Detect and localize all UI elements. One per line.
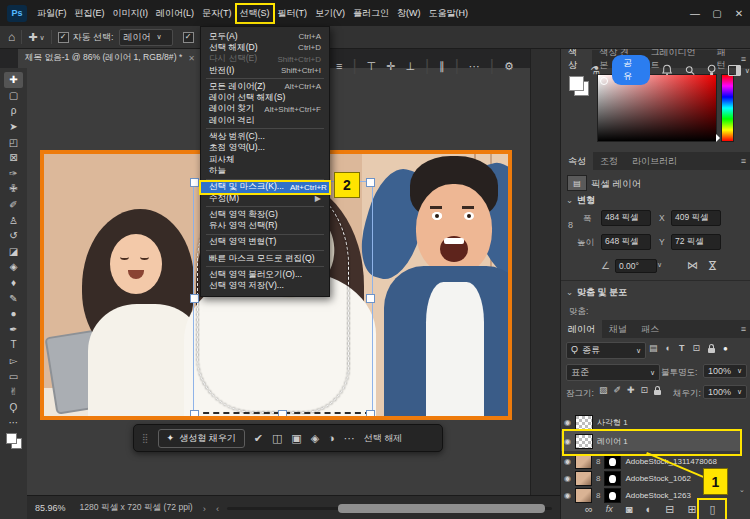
eraser-tool[interactable]: ◪: [4, 244, 23, 260]
maximize-button[interactable]: ▢: [706, 8, 728, 19]
add-mask-icon[interactable]: ◙: [626, 504, 633, 515]
menu-item[interactable]: 선택 영역 확장(G): [201, 209, 329, 220]
link-dimensions-icon[interactable]: 8: [568, 220, 573, 230]
tab-adjustments[interactable]: 조정: [593, 152, 625, 170]
collapse-icon[interactable]: ⌄: [566, 287, 573, 297]
tab-libraries[interactable]: 라이브러리: [625, 152, 684, 170]
distribute-icon[interactable]: ∥: [439, 61, 445, 72]
zoom-level[interactable]: 85.96%: [35, 503, 66, 513]
flip-horizontal-icon[interactable]: ⋈: [687, 260, 698, 271]
menu-image[interactable]: 이미지(I): [110, 5, 152, 22]
menu-item[interactable]: 레이어 찾기Alt+Shift+Ctrl+F: [201, 104, 329, 115]
hand-tool[interactable]: ✌: [4, 384, 23, 400]
color-swatches[interactable]: [6, 433, 22, 449]
lock-all-icon[interactable]: [654, 390, 661, 395]
menu-item[interactable]: 선택 영역 변형(T): [201, 237, 329, 248]
share-button[interactable]: 공유: [612, 55, 651, 85]
layer-filter-dropdown[interactable]: Ϙ종류 ∨: [566, 342, 646, 359]
bell-icon[interactable]: [662, 64, 672, 76]
menu-item[interactable]: 유사 영역 선택(R): [201, 220, 329, 231]
healing-brush-tool[interactable]: ✙: [4, 181, 23, 197]
menu-item[interactable]: 빠른 마스크 모드로 편집(Q): [201, 253, 329, 264]
layer-thumbnail[interactable]: [575, 415, 593, 430]
menu-item[interactable]: 선택 해제(D)Ctrl+D: [201, 42, 329, 53]
sponge-tool[interactable]: ●: [4, 306, 23, 322]
adjustment-icon[interactable]: ◑: [328, 433, 335, 444]
align-bottom-icon[interactable]: ⊥: [405, 61, 415, 72]
auto-select-checkbox[interactable]: ✓: [58, 32, 69, 43]
align-text-icon[interactable]: ≡: [336, 61, 342, 72]
dodge-tool[interactable]: ✎: [4, 290, 23, 306]
menu-item[interactable]: 모든 레이어(Z)Alt+Ctrl+A: [201, 81, 329, 92]
beta-flask-icon[interactable]: ⚗: [590, 65, 600, 76]
pen-tool[interactable]: ✒: [4, 322, 23, 338]
menu-item[interactable]: 선택 영역 불러오기(O)...: [201, 269, 329, 280]
menu-item[interactable]: 레이어 선택 해제(S): [201, 92, 329, 103]
show-transform-checkbox[interactable]: ✓: [183, 32, 194, 43]
marquee-tool[interactable]: ▢: [4, 88, 23, 104]
status-arrow-icon[interactable]: ›: [203, 503, 206, 514]
more-options-icon[interactable]: ⋯: [469, 61, 480, 72]
layer-mask-thumbnail[interactable]: [604, 488, 621, 503]
panel-layout-icon[interactable]: [728, 65, 741, 76]
mask-link-icon[interactable]: 8: [596, 457, 600, 466]
lock-artboard-icon[interactable]: ⊡: [641, 386, 649, 395]
menu-item[interactable]: 반전(I)Shift+Ctrl+I: [201, 65, 329, 76]
more-icon[interactable]: ⋯: [344, 433, 355, 444]
menu-edit[interactable]: 편집(E): [72, 5, 108, 22]
shape-tool[interactable]: ▭: [4, 368, 23, 384]
opacity-dropdown[interactable]: 100%∨: [703, 364, 747, 378]
menu-view[interactable]: 보기(V): [312, 5, 348, 22]
menu-select[interactable]: 선택(S): [237, 5, 273, 22]
menu-window[interactable]: 창(W): [394, 5, 424, 22]
menu-item[interactable]: 모두(A)Ctrl+A: [201, 31, 329, 42]
chevron-down-icon[interactable]: ∨: [39, 34, 44, 41]
transform-handle[interactable]: [366, 294, 375, 303]
x-field[interactable]: 409 픽셀: [671, 210, 721, 226]
brush-tool[interactable]: ✐: [4, 197, 23, 213]
scrollbar-left-arrow-icon[interactable]: ‹: [216, 503, 219, 514]
new-group-icon[interactable]: ⊟: [665, 504, 674, 515]
scrollbar-thumb[interactable]: [338, 504, 546, 513]
flip-vertical-icon[interactable]: ⋈: [707, 260, 718, 271]
lock-transparent-icon[interactable]: ▨: [599, 386, 608, 395]
close-tab-icon[interactable]: ✕: [188, 54, 195, 63]
zoom-tool[interactable]: Ϙ: [4, 399, 23, 415]
visibility-eye-icon[interactable]: ◉: [564, 474, 571, 483]
transform-handle[interactable]: [278, 410, 287, 416]
filter-toggle-icon[interactable]: ●: [723, 345, 728, 353]
lock-position-icon[interactable]: ✚: [627, 386, 635, 395]
menu-item[interactable]: 레이어 격리: [201, 115, 329, 126]
type-tool[interactable]: T: [4, 337, 23, 353]
history-brush-tool[interactable]: ↺: [4, 228, 23, 244]
tab-channels[interactable]: 채널: [602, 320, 634, 338]
collapse-icon[interactable]: ⌄: [566, 195, 573, 205]
layer-thumbnail[interactable]: [575, 454, 592, 469]
frame-tool[interactable]: ⊠: [4, 150, 23, 166]
drag-handle-icon[interactable]: ⣿: [142, 433, 149, 443]
move-tool[interactable]: ✚: [4, 72, 23, 88]
menu-layer[interactable]: 레이어(L): [153, 5, 197, 22]
layer-mask-thumbnail[interactable]: [604, 471, 621, 486]
visibility-eye-icon[interactable]: ◉: [564, 457, 571, 466]
blend-mode-dropdown[interactable]: 표준∨: [566, 364, 660, 381]
chevron-down-icon[interactable]: ∨: [657, 261, 662, 269]
path-select-tool[interactable]: ▻: [4, 353, 23, 369]
home-icon[interactable]: ⌂: [8, 31, 15, 43]
horizontal-scrollbar[interactable]: [227, 507, 552, 510]
lock-paint-icon[interactable]: ✐: [614, 386, 622, 395]
angle-field[interactable]: 0.00°: [615, 259, 657, 273]
deselect-button[interactable]: 선택 해제: [364, 432, 403, 445]
crop-tool[interactable]: ◰: [4, 134, 23, 150]
panel-menu-icon[interactable]: ≡: [741, 156, 746, 166]
lasso-tool[interactable]: ρ: [4, 103, 23, 119]
menu-item[interactable]: 색상 범위(C)...: [201, 131, 329, 142]
generative-fill-button[interactable]: ✦ 생성형 채우기: [158, 429, 245, 448]
menu-filter[interactable]: 필터(T): [275, 5, 311, 22]
filter-lock-icon[interactable]: [708, 348, 715, 353]
minimize-button[interactable]: —: [684, 8, 706, 19]
menu-item[interactable]: 초점 영역(U)...: [201, 143, 329, 154]
menu-item[interactable]: 수정(M)▶: [201, 193, 329, 204]
move-tool-icon[interactable]: ✚: [28, 32, 37, 43]
object-selection-tool[interactable]: ➤: [4, 119, 23, 135]
